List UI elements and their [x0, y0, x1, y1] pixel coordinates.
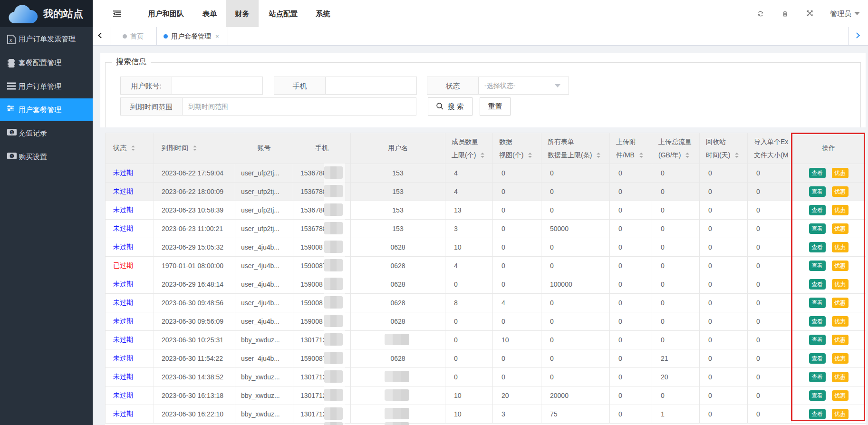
svg-text:x: x	[10, 38, 12, 43]
svg-text:1: 1	[11, 130, 13, 135]
svg-text:1: 1	[11, 154, 13, 158]
